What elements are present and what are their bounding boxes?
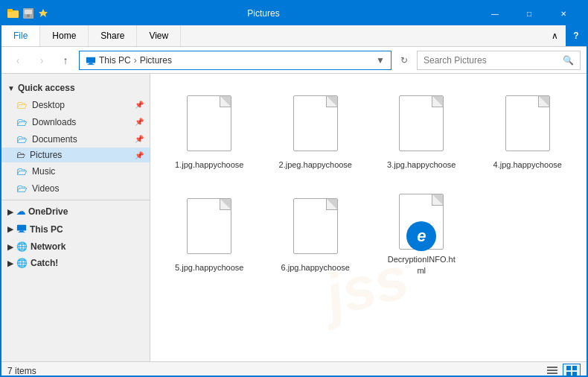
sidebar-section-quick-access[interactable]: ▼ Quick access (1, 80, 150, 96)
svg-rect-3 (25, 10, 32, 14)
onedrive-label: OneDrive (28, 206, 68, 217)
maximize-button[interactable]: □ (512, 1, 546, 25)
path-dropdown-icon[interactable]: ▼ (376, 55, 385, 66)
tab-home[interactable]: Home (40, 25, 89, 46)
sidebar-divider-1 (1, 200, 150, 200)
ribbon: File Home Share View ∧ ? (1, 25, 587, 47)
pictures-icon: 🗁 (16, 150, 25, 160)
svg-rect-6 (86, 57, 95, 63)
desktop-icon: 🗁 (16, 98, 28, 111)
videos-label: Videos (32, 183, 59, 194)
file-area: 1.jpg.happychoose 2.jpeg.happychoose 3.j… (150, 74, 587, 361)
desktop-pin-icon: 📌 (135, 101, 144, 109)
doc-shape-4 (505, 95, 550, 151)
svg-rect-15 (566, 366, 571, 370)
tab-share[interactable]: Share (89, 25, 137, 46)
close-button[interactable]: ✕ (546, 1, 581, 25)
view-toggle (543, 364, 581, 378)
ribbon-collapse-button[interactable]: ∧ (543, 25, 566, 46)
minimize-button[interactable]: — (478, 1, 512, 25)
doc-shape-5 (187, 198, 231, 254)
file-name-6: 6.jpg.happychoose (281, 262, 350, 273)
documents-label: Documents (32, 134, 77, 145)
path-pictures: Pictures (140, 55, 172, 66)
ribbon-tabs: File Home Share View ∧ ? (1, 25, 587, 46)
file-item-6[interactable]: 6.jpg.happychoose (266, 186, 366, 282)
file-item-3[interactable]: 3.jpg.happychoose (371, 83, 472, 180)
path-separator-1: › (134, 55, 137, 66)
sidebar-item-pictures[interactable]: 🗁 Pictures 📌 (1, 148, 150, 162)
svg-rect-14 (547, 373, 557, 374)
title-bar: Pictures — □ ✕ (1, 1, 587, 25)
svg-point-4 (27, 14, 30, 17)
refresh-button[interactable]: ↻ (394, 51, 414, 70)
back-button[interactable]: ‹ (7, 50, 28, 71)
main-area: ▼ Quick access 🗁 Desktop 📌 🗁 Downloads 📌… (1, 74, 587, 361)
file-item-7[interactable]: e DecryptionINFO.html (371, 186, 472, 282)
file-item-1[interactable]: 1.jpg.happychoose (159, 83, 260, 180)
search-icon: 🔍 (563, 55, 574, 66)
quick-access-label: Quick access (18, 83, 75, 93)
path-this-pc: This PC (99, 55, 131, 66)
file-name-2: 2.jpeg.happychoose (279, 159, 352, 170)
desktop-label: Desktop (32, 100, 65, 110)
this-pc-nav-label: This PC (30, 224, 63, 235)
sidebar-item-desktop[interactable]: 🗁 Desktop 📌 (1, 96, 150, 113)
catch-icon: 🌐 (16, 258, 28, 268)
file-icon-7: e (392, 192, 451, 251)
catch-label: Catch! (31, 258, 58, 268)
file-name-4: 4.jpg.happychoose (493, 159, 562, 170)
sidebar-item-music[interactable]: 🗁 Music (1, 162, 150, 180)
this-pc-icon (86, 55, 96, 66)
help-button[interactable]: ? (566, 25, 587, 46)
up-button[interactable]: ↑ (55, 50, 76, 71)
sidebar-item-videos[interactable]: 🗁 Videos (1, 180, 150, 197)
doc-shape-1 (187, 95, 231, 151)
window-controls[interactable]: — □ ✕ (478, 1, 581, 25)
svg-marker-5 (39, 9, 48, 17)
pictures-pin-icon: 📌 (135, 151, 144, 159)
sidebar-section-onedrive[interactable]: ▶ ☁ OneDrive (1, 203, 150, 220)
forward-button[interactable]: › (31, 50, 52, 71)
view-large-button[interactable] (563, 364, 581, 378)
doc-shape-6 (293, 198, 338, 254)
file-item-4[interactable]: 4.jpg.happychoose (478, 83, 578, 180)
file-name-7: DecryptionINFO.html (384, 254, 458, 276)
documents-icon: 🗁 (16, 133, 28, 145)
catch-chevron: ▶ (7, 259, 13, 267)
file-item-2[interactable]: 2.jpeg.happychoose (266, 83, 366, 180)
tab-file[interactable]: File (1, 25, 40, 46)
view-list-button[interactable] (543, 364, 561, 378)
address-path[interactable]: This PC › Pictures ▼ (79, 51, 392, 70)
svg-rect-18 (572, 372, 577, 376)
svg-rect-8 (88, 64, 95, 65)
svg-rect-16 (572, 366, 577, 370)
pictures-label: Pictures (30, 150, 62, 160)
network-icon: 🌐 (16, 241, 28, 252)
file-icon-1 (179, 89, 239, 156)
sidebar-item-documents[interactable]: 🗁 Documents 📌 (1, 130, 150, 148)
list-view-icon (547, 366, 557, 376)
title-bar-folder-icon (7, 7, 19, 19)
search-input[interactable] (424, 55, 563, 66)
onedrive-chevron: ▶ (7, 208, 13, 216)
file-name-3: 3.jpg.happychoose (387, 159, 456, 170)
svg-rect-9 (17, 225, 26, 231)
network-label: Network (31, 241, 65, 252)
file-icon-4 (498, 89, 557, 156)
edge-icon: e (406, 221, 436, 251)
sidebar-section-this-pc[interactable]: ▶ This PC (1, 220, 150, 238)
window-title: Pictures (49, 8, 478, 19)
sidebar-section-catch[interactable]: ▶ 🌐 Catch! (1, 255, 150, 271)
tab-view[interactable]: View (137, 25, 181, 46)
downloads-label: Downloads (32, 117, 76, 127)
search-box[interactable]: 🔍 (417, 51, 581, 70)
music-icon: 🗁 (16, 165, 28, 177)
large-icons-view-icon (566, 366, 577, 376)
sidebar-item-downloads[interactable]: 🗁 Downloads 📌 (1, 113, 150, 130)
sidebar-section-network[interactable]: ▶ 🌐 Network (1, 238, 150, 255)
file-item-5[interactable]: 5.jpg.happychoose (159, 186, 260, 282)
this-pc-chevron: ▶ (7, 225, 13, 233)
videos-icon: 🗁 (16, 182, 28, 194)
documents-pin-icon: 📌 (135, 135, 144, 143)
